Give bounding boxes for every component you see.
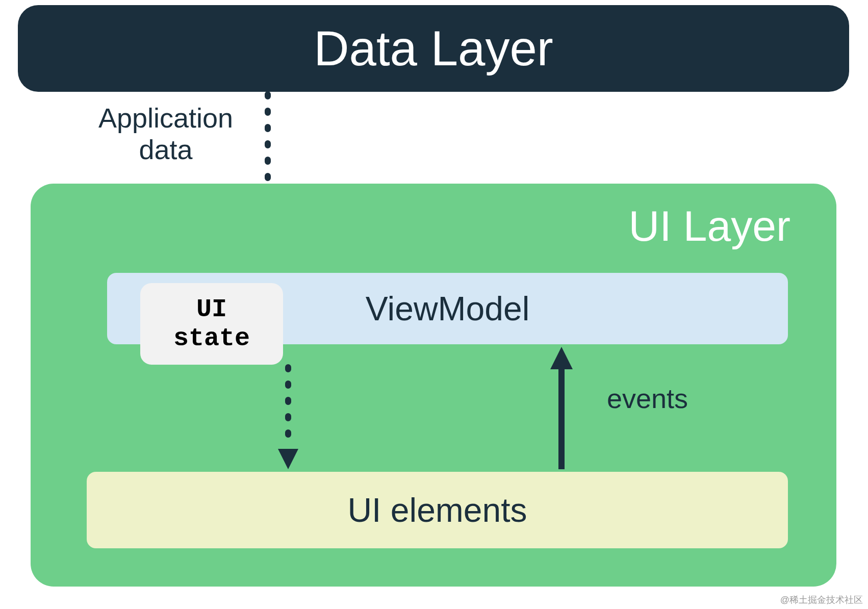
application-data-label: Applicationdata xyxy=(87,102,245,165)
ui-elements-box: UI elements xyxy=(87,472,788,548)
events-label: events xyxy=(607,383,688,414)
arrow-state-to-elements-icon xyxy=(278,367,298,469)
svg-marker-4 xyxy=(550,347,573,369)
ui-layer-title: UI Layer xyxy=(629,201,790,251)
data-layer-title: Data Layer xyxy=(314,20,553,77)
watermark-text: @稀土掘金技术社区 xyxy=(780,594,863,606)
ui-state-label: UIstate xyxy=(173,295,250,353)
ui-elements-label: UI elements xyxy=(347,491,527,529)
svg-marker-3 xyxy=(278,449,298,469)
ui-state-box: UIstate xyxy=(140,283,283,365)
arrow-events-up-icon xyxy=(550,347,573,469)
viewmodel-label: ViewModel xyxy=(366,289,530,328)
architecture-diagram: Data Layer Applicationdata UI Layer View… xyxy=(0,0,868,609)
ui-layer-box: UI Layer ViewModel UIstate events UI ele… xyxy=(31,184,836,587)
data-layer-box: Data Layer xyxy=(18,5,849,92)
